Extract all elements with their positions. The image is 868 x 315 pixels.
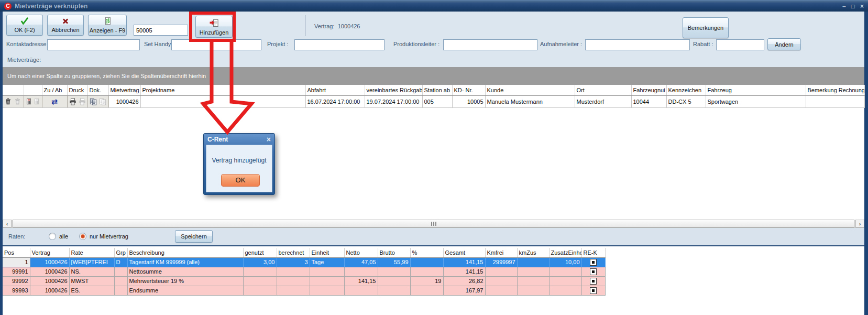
column-header-kunde[interactable]: Kunde: [485, 85, 575, 95]
column-header-pos[interactable]: Pos: [3, 248, 30, 257]
swap-arrows-icon[interactable]: ⇄: [50, 97, 59, 106]
column-header-gesamt[interactable]: Gesamt: [443, 248, 485, 257]
remarks-button[interactable]: Bemerkungen: [683, 17, 729, 38]
cancel-x-icon: [62, 18, 69, 26]
dialog-close-icon[interactable]: ×: [267, 135, 271, 144]
cell-kd-nr: 10005: [452, 95, 485, 107]
cell-prozent: [410, 286, 443, 295]
scrollbar-thumb[interactable]: [13, 220, 854, 227]
column-header-fahrzeug[interactable]: Fahrzeug: [706, 85, 806, 95]
cell-genutzt: [243, 286, 277, 295]
radio-all-label[interactable]: alle: [59, 233, 68, 240]
radio-all[interactable]: [49, 233, 56, 240]
contact-address-input[interactable]: [47, 39, 140, 50]
column-header-druck[interactable]: Druck: [67, 85, 87, 95]
column-header-zu-ab[interactable]: Zu / Ab: [42, 85, 67, 95]
radio-contract-only[interactable]: [79, 233, 86, 240]
ok-button-label: OK (F2): [14, 27, 35, 33]
maximize-icon[interactable]: □: [851, 3, 855, 10]
cell-zusatzeinheit: [549, 267, 581, 276]
contract-row[interactable]: ⇄ 1000426 16.07.2024 17:00:00 19.07.2024…: [3, 95, 864, 107]
cell-brutto: [378, 267, 410, 276]
column-header-zusatzeinheit[interactable]: ZusatzEinhe: [549, 248, 581, 257]
cell-netto: [344, 286, 378, 295]
column-header-netto[interactable]: Netto: [344, 248, 378, 257]
calculator-icon[interactable]: [26, 97, 32, 106]
column-header-bemerkung-rechnung[interactable]: Bemerkung Rechnung: [806, 85, 864, 95]
column-header-rate[interactable]: Rate: [69, 248, 114, 257]
column-header-kmfrei[interactable]: Kmfrei: [485, 248, 517, 257]
checkbox-indeterminate-icon[interactable]: [590, 268, 597, 275]
cell-pos: 99991: [3, 267, 30, 276]
contract-number-input[interactable]: [134, 25, 188, 36]
production-manager-input[interactable]: [443, 39, 537, 50]
add-button[interactable]: Hinzufügen: [195, 16, 233, 38]
column-header-mietvertrag[interactable]: Mietvertrag: [108, 85, 140, 95]
column-header[interactable]: [24, 85, 42, 95]
project-input[interactable]: [294, 39, 384, 50]
column-header-vertrag[interactable]: Vertrag: [30, 248, 69, 257]
scroll-right-icon[interactable]: ›: [855, 220, 864, 227]
print-icon[interactable]: [69, 97, 77, 106]
column-header-ort[interactable]: Ort: [575, 85, 631, 95]
column-header-re-k[interactable]: RE-K: [581, 248, 605, 257]
set-handy-input[interactable]: [171, 39, 261, 50]
cell-brutto: [378, 286, 410, 295]
save-button[interactable]: Speichern: [175, 230, 213, 243]
column-header-fahrzeugnummer[interactable]: Fahrzeugnui: [631, 85, 666, 95]
cell-station-ab: 005: [422, 95, 452, 107]
minimize-icon[interactable]: –: [842, 3, 846, 10]
scroll-left-icon[interactable]: ‹: [3, 220, 12, 227]
cell-rueckgabe: 19.07.2024 17:00:00: [365, 95, 422, 107]
cell-netto: 47,05: [344, 257, 378, 267]
column-header-berechnet[interactable]: berechnet: [277, 248, 310, 257]
discount-input[interactable]: [716, 39, 764, 50]
cell-genutzt: 3,00: [243, 257, 277, 267]
rate-row-mwst[interactable]: 99992 1000426 MWST Mehrwertsteuer 19 % 1…: [3, 276, 605, 286]
column-header-dok[interactable]: Dok.: [87, 85, 108, 95]
radio-contract-only-label[interactable]: nur Mietvertrag: [90, 233, 128, 240]
checkbox-indeterminate-icon[interactable]: [590, 278, 597, 285]
checkbox-indeterminate-icon[interactable]: [590, 287, 597, 294]
column-header-kennzeichen[interactable]: Kennzeichen: [666, 85, 706, 95]
rate-row-nettosumme[interactable]: 99991 1000426 NS. Nettosumme 141,15: [3, 267, 605, 276]
cell-grp: D: [114, 257, 127, 267]
column-header[interactable]: [3, 85, 24, 95]
close-icon[interactable]: ×: [860, 3, 864, 10]
show-f9-button-label: Anzeigen - F9: [90, 27, 125, 34]
column-header-abfahrt[interactable]: Abfahrt: [305, 85, 365, 95]
column-header-kmzus[interactable]: kmZus: [517, 248, 549, 257]
rate-row-endsumme[interactable]: 99993 1000426 ES. Endsumme 167,97: [3, 286, 605, 295]
ok-button[interactable]: OK (F2): [6, 15, 43, 36]
dialog-ok-button[interactable]: OK: [221, 174, 260, 187]
checkbox-indeterminate-icon[interactable]: [590, 259, 597, 266]
column-header-grp[interactable]: Grp: [114, 248, 127, 257]
column-header-rueckgabe[interactable]: vereinbartes Rückgab: [365, 85, 422, 95]
cell-grp: [114, 267, 127, 276]
column-header-station-ab[interactable]: Station ab: [422, 85, 452, 95]
column-header-einheit[interactable]: Einheit: [310, 248, 344, 257]
column-header-prozent[interactable]: %: [410, 248, 443, 257]
group-by-bar[interactable]: Um nach einer Spalte zu gruppieren, zieh…: [3, 67, 864, 85]
change-button[interactable]: Ändern: [767, 38, 801, 50]
cell-kmzus: [517, 257, 549, 267]
cell-beschreibung: Nettosumme: [127, 267, 243, 276]
documents-icon[interactable]: [89, 97, 97, 106]
cancel-button[interactable]: Abbrechen: [47, 15, 84, 36]
cell-abfahrt: 16.07.2024 17:00:00: [305, 95, 365, 107]
show-f9-button[interactable]: Anzeigen - F9: [88, 15, 127, 36]
contract-readout-value: 1000426: [338, 23, 360, 29]
cell-prozent: [410, 267, 443, 276]
cell-kennzeichen: DD-CX 5: [666, 95, 706, 107]
column-header-genutzt[interactable]: genutzt: [243, 248, 277, 257]
column-header-beschreibung[interactable]: Beschreibung: [127, 248, 243, 257]
cell-vertrag: 1000426: [30, 276, 69, 286]
window-title: Mietverträge verknüpfen: [15, 3, 87, 10]
column-header-projektname[interactable]: Projektname: [140, 85, 305, 95]
rate-row-selected[interactable]: 1 1000426 [WEB]PTFREI D Tagestarif KM 99…: [3, 257, 605, 267]
column-header-brutto[interactable]: Brutto: [378, 248, 410, 257]
cell-kmzus: [517, 286, 549, 295]
recording-manager-input[interactable]: [585, 39, 690, 50]
column-header-kd-nr[interactable]: KD- Nr.: [452, 85, 485, 95]
delete-icon[interactable]: [4, 97, 13, 106]
